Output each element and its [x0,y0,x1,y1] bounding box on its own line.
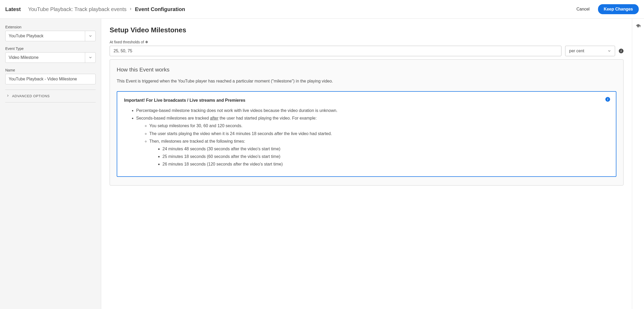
body: Extension YouTube Playback Event Type Vi… [0,19,644,309]
threshold-row: per cent i [110,46,623,56]
name-input[interactable] [5,74,96,84]
list-item: 25 minutes 18 seconds (60 seconds after … [162,153,609,160]
sidebar: Extension YouTube Playback Event Type Vi… [0,19,101,309]
list-item: 26 minutes 18 seconds (120 seconds after… [162,161,609,168]
how-heading: How this Event works [117,66,616,73]
sub-sub-list: 24 minutes 48 seconds (30 seconds after … [149,145,609,168]
chevron-right-icon [6,94,9,98]
callout-box: i Important! For Live broadcasts / Live … [117,91,616,177]
event-type-field: Event Type Video Milestone [5,47,96,63]
threshold-unit-value: per cent [569,49,584,53]
callout-list: Percentage-based milestone tracking does… [124,107,609,168]
main-heading: Setup Video Milestones [110,26,623,34]
event-type-value: Video Milestone [6,53,85,63]
list-item: The user starts playing the video when i… [149,130,609,137]
keep-changes-button[interactable]: Keep Changes [598,4,639,14]
header-actions: Cancel Keep Changes [573,4,639,14]
threshold-label: At fixed thresholds of✱ [110,40,623,44]
list-item: Percentage-based milestone tracking does… [136,107,609,114]
list-item: You setup milestones for 30, 60 and 120 … [149,122,609,129]
extension-field: Extension YouTube Playback [5,25,96,41]
cancel-button[interactable]: Cancel [573,5,593,14]
info-icon[interactable]: i [605,97,610,102]
text: Seconds-based milestones are tracked [136,116,210,120]
event-type-select[interactable]: Video Milestone [5,52,96,63]
extension-value: YouTube Playback [6,31,85,41]
breadcrumb-current: Event Configuration [135,6,185,12]
required-asterisk: ✱ [145,40,148,44]
threshold-unit-select[interactable]: per cent [565,46,615,56]
extension-label: Extension [5,25,96,29]
chevron-down-icon[interactable] [85,53,95,63]
advanced-options-label: ADVANCED OPTIONS [12,94,50,98]
list-item: Then, milestones are tracked at the foll… [149,138,609,168]
text: The user starts playing the video when i… [149,131,274,136]
text: the user had started playing the video. … [218,116,317,120]
graduation-cap-icon[interactable] [636,23,641,29]
chevron-down-icon[interactable] [85,31,95,41]
main-content: Setup Video Milestones At fixed threshol… [101,19,632,309]
text: the live video had started. [283,131,332,136]
extension-select[interactable]: YouTube Playback [5,31,96,41]
list-item: 24 minutes 48 seconds (30 seconds after … [162,145,609,152]
advanced-options-toggle[interactable]: ADVANCED OPTIONS [5,90,96,102]
callout-title: Important! For Live broadcasts / Live st… [124,98,609,103]
chevron-right-icon [129,7,132,12]
header-left: Latest YouTube Playback: Track playback … [5,6,185,12]
text: Then, milestones are tracked at the foll… [149,139,245,143]
header: Latest YouTube Playback: Track playback … [0,0,644,19]
page-title: Latest [5,6,21,12]
chevron-down-icon [607,49,611,53]
info-icon[interactable]: i [619,49,623,53]
text-italic: after [274,131,283,136]
event-type-label: Event Type [5,47,96,51]
threshold-input[interactable] [110,46,561,56]
how-panel: How this Event works This Event is trigg… [110,59,623,186]
sub-list: You setup milestones for 30, 60 and 120 … [136,122,609,168]
list-item: Seconds-based milestones are tracked aft… [136,115,609,168]
breadcrumb-parent[interactable]: YouTube Playback: Track playback events [28,6,126,12]
text-underline: after [210,116,218,120]
threshold-label-text: At fixed thresholds of [110,40,144,44]
breadcrumb: YouTube Playback: Track playback events … [28,6,185,12]
name-label: Name [5,68,96,72]
right-rail [632,19,644,309]
how-description: This Event is triggered when the YouTube… [117,78,616,84]
name-field: Name [5,68,96,84]
